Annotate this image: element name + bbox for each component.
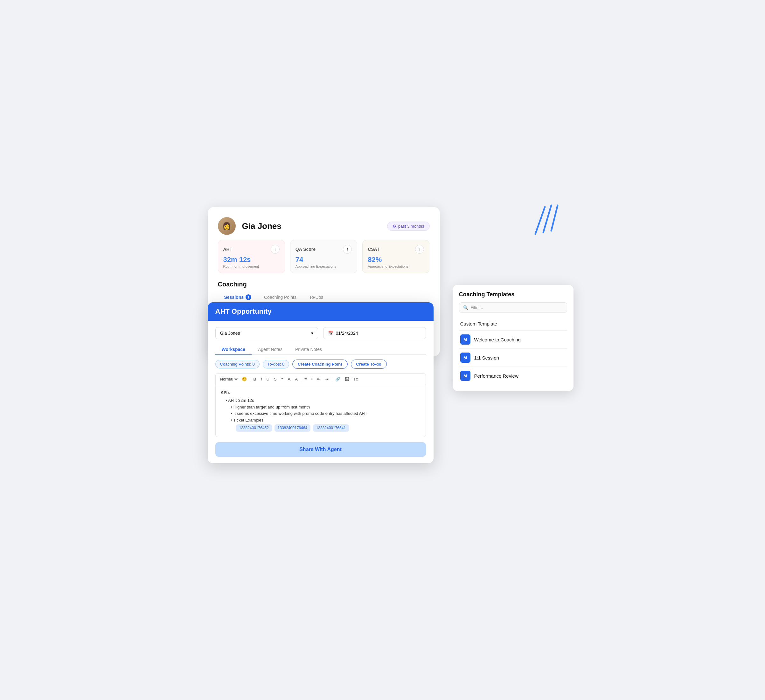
filter-button[interactable]: ⚙ past 3 months [387, 221, 430, 231]
template-name-welcome: Welcome to Coaching [474, 337, 521, 342]
metric-sub-csat: Approaching Expectations [368, 264, 424, 268]
indent-right-button[interactable]: ⇥ [324, 376, 330, 382]
agent-select[interactable]: Gia Jones ▾ [215, 327, 318, 339]
agent-select-value: Gia Jones [220, 331, 240, 336]
stab-private-notes[interactable]: Private Notes [289, 344, 328, 355]
chevron-down-icon: ▾ [311, 331, 313, 336]
emoji-button[interactable]: 😊 [241, 376, 248, 382]
toolbar-divider3 [332, 377, 332, 382]
tab-sessions[interactable]: Sessions 1 [218, 292, 258, 303]
bullet-1: • AHT: 32m 12s [221, 397, 420, 404]
metrics-row: AHT ↓ 32m 12s Room for Improvement QA Sc… [218, 240, 430, 273]
sub-bullet-3: • Ticket Examples: [221, 417, 420, 424]
metric-card-aht: AHT ↓ 32m 12s Room for Improvement [218, 240, 285, 273]
sub-bullet-2: • It seems excessive time working with p… [221, 410, 420, 417]
search-icon: 🔍 [463, 305, 468, 310]
filter-icon: ⚙ [392, 224, 396, 229]
metric-card-csat: CSAT ↓ 82% Approaching Expectations [362, 240, 430, 273]
aht-opportunity-card: AHT Opportunity Gia Jones ▾ 📅 01/24/2024… [208, 302, 434, 463]
bold-button[interactable]: B [252, 376, 258, 382]
stab-agent-notes[interactable]: Agent Notes [252, 344, 289, 355]
metric-label-qa: QA Score [296, 247, 316, 252]
clear-format-button[interactable]: Tx [352, 376, 359, 382]
underline-button[interactable]: U [265, 376, 271, 382]
link-button[interactable]: 🔗 [334, 376, 342, 382]
create-todo-button[interactable]: Create To-do [351, 359, 387, 369]
ticket-3[interactable]: 13382400176541 [313, 424, 349, 432]
italic-button[interactable]: I [260, 376, 263, 382]
tab-sessions-badge: 1 [246, 294, 251, 300]
metric-arrow-aht: ↓ [271, 245, 280, 254]
template-performance-review[interactable]: M Performance Review [459, 367, 567, 385]
calendar-icon: 📅 [328, 331, 333, 336]
template-icon-welcome: M [460, 334, 471, 345]
template-name-performance: Performance Review [474, 373, 518, 378]
session-tabs: Workspace Agent Notes Private Notes [215, 344, 426, 355]
todos-badge: To-dos: 0 [263, 360, 289, 369]
toolbar-divider2 [301, 377, 301, 382]
coaching-templates-panel: Coaching Templates 🔍 Filter... Custom Te… [453, 285, 573, 391]
custom-template-item[interactable]: Custom Template [459, 317, 567, 331]
templates-panel-title: Coaching Templates [459, 291, 567, 298]
toolbar-divider [250, 377, 250, 382]
template-welcome[interactable]: M Welcome to Coaching [459, 331, 567, 349]
image-button[interactable]: 🖼 [343, 376, 350, 382]
unordered-list-button[interactable]: • [310, 376, 314, 382]
indent-left-button[interactable]: ⇤ [316, 376, 322, 382]
tab-todos[interactable]: To-Dos [303, 292, 329, 303]
template-name-1on1: 1:1 Session [474, 355, 499, 361]
templates-filter-input[interactable]: 🔍 Filter... [459, 302, 567, 313]
tickets-row: 13382400176452 13382400176464 1338240017… [221, 424, 420, 432]
format-select[interactable]: Normal [219, 377, 239, 382]
ticket-2[interactable]: 13382400176464 [274, 424, 310, 432]
tabs-row: Sessions 1 Coaching Points To-Dos [218, 292, 430, 303]
editor-toolbar: Normal 😊 B I U S ❝ A Ā ≡ • ⇤ ⇥ 🔗 🖼 Tx [215, 373, 426, 385]
tab-coaching-points-label: Coaching Points [264, 295, 296, 300]
accent-lines-icon [526, 204, 564, 235]
aht-row1: Gia Jones ▾ 📅 01/24/2024 [215, 327, 426, 339]
coaching-section-title: Coaching [218, 281, 430, 288]
sub-bullet-1: • Higher than target and up from last mo… [221, 404, 420, 411]
strikethrough-button[interactable]: S [272, 376, 278, 382]
aht-card-body: Gia Jones ▾ 📅 01/24/2024 Workspace Agent… [208, 321, 434, 463]
agent-name: Gia Jones [242, 221, 282, 231]
metric-value-csat: 82% [368, 256, 424, 264]
ordered-list-button[interactable]: ≡ [303, 376, 308, 382]
metric-sub-aht: Room for Improvement [223, 264, 280, 268]
avatar: 👩 [218, 217, 236, 235]
template-icon-1on1: M [460, 353, 471, 363]
tab-sessions-label: Sessions [224, 295, 244, 300]
action-row: Coaching Points: 0 To-dos: 0 Create Coac… [215, 359, 426, 369]
metric-value-aht: 32m 12s [223, 256, 280, 264]
date-value: 01/24/2024 [336, 331, 358, 336]
filter-label: past 3 months [398, 224, 424, 229]
date-input[interactable]: 📅 01/24/2024 [323, 327, 426, 339]
metric-label-csat: CSAT [368, 247, 379, 252]
metric-sub-qa: Approaching Expectations [296, 264, 352, 268]
editor-content-area[interactable]: KPIs • AHT: 32m 12s • Higher than target… [215, 385, 426, 437]
metric-card-qa: QA Score ↑ 74 Approaching Expectations [290, 240, 357, 273]
filter-placeholder: Filter... [471, 305, 483, 310]
profile-header: 👩 Gia Jones ⚙ past 3 months [218, 217, 430, 235]
template-1on1[interactable]: M 1:1 Session [459, 349, 567, 367]
aht-card-header: AHT Opportunity [208, 302, 434, 321]
share-with-agent-button[interactable]: Share With Agent [215, 442, 426, 457]
coaching-points-badge: Coaching Points: 0 [215, 360, 260, 369]
ticket-1[interactable]: 13382400176452 [236, 424, 272, 432]
kpis-title: KPIs [221, 389, 420, 396]
metric-value-qa: 74 [296, 256, 352, 264]
metric-arrow-csat: ↓ [415, 245, 424, 254]
font-color-button[interactable]: A [286, 376, 292, 382]
blockquote-button[interactable]: ❝ [280, 376, 285, 382]
template-icon-performance: M [460, 370, 471, 381]
svg-line-2 [551, 206, 557, 231]
font-highlight-button[interactable]: Ā [294, 376, 299, 382]
scene: 👩 Gia Jones ⚙ past 3 months AHT ↓ 32m 12… [208, 207, 557, 493]
aht-card-title: AHT Opportunity [215, 308, 272, 315]
metric-label-aht: AHT [223, 247, 233, 252]
tab-coaching-points[interactable]: Coaching Points [258, 292, 303, 303]
tab-todos-label: To-Dos [309, 295, 323, 300]
stab-workspace[interactable]: Workspace [215, 344, 252, 355]
metric-arrow-qa: ↑ [343, 245, 352, 254]
create-coaching-point-button[interactable]: Create Coaching Point [292, 359, 347, 369]
